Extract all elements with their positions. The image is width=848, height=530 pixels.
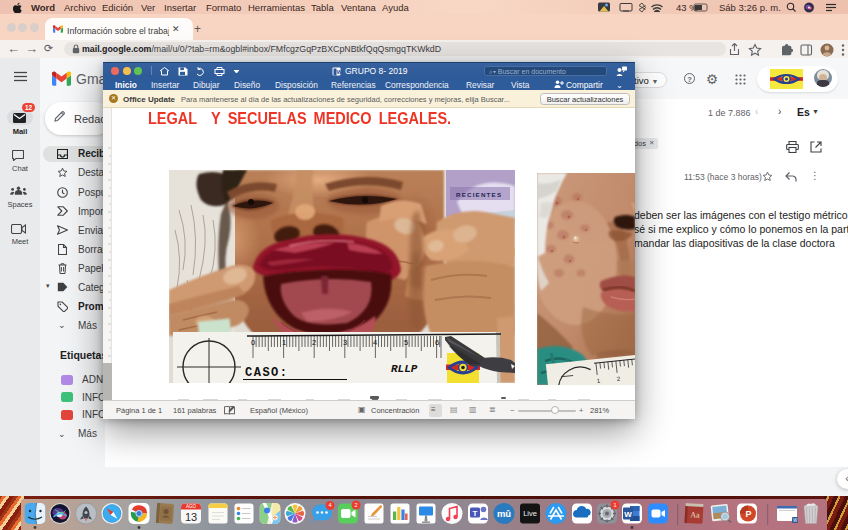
svg-text:6: 6: [435, 338, 439, 347]
svg-text:1: 1: [613, 502, 616, 508]
svg-text:mû: mû: [497, 508, 511, 519]
svg-text:1: 1: [282, 338, 286, 347]
svg-text:W: W: [624, 510, 632, 519]
svg-text:AGO: AGO: [186, 504, 197, 509]
svg-text:4: 4: [328, 502, 331, 508]
svg-text:13: 13: [185, 511, 197, 523]
svg-text:P: P: [745, 509, 751, 519]
svg-text:W: W: [337, 69, 342, 75]
svg-text:T: T: [473, 509, 478, 518]
svg-text:RLLP: RLLP: [391, 363, 418, 375]
svg-text:RECIENTES: RECIENTES: [456, 191, 502, 198]
svg-text:Aa: Aa: [690, 510, 700, 519]
svg-text:CASO:: CASO:: [245, 366, 289, 380]
svg-text:Live: Live: [523, 509, 537, 518]
svg-text:2: 2: [354, 502, 357, 508]
